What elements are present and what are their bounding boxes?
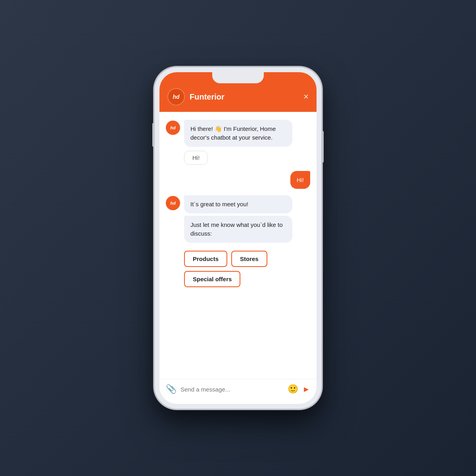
chat-title: Funterior	[190, 92, 299, 102]
message-row-bot-2: hd It`s great to meet you! Just let me k…	[166, 195, 310, 242]
bot-avatar-1: hd	[166, 121, 180, 135]
bot-bubble-2a: It`s great to meet you!	[184, 195, 292, 213]
message-input[interactable]	[180, 386, 284, 393]
message-row-bot-1: hd Hi there! 👋 I'm Funterior, Home decor…	[166, 120, 310, 165]
attach-icon[interactable]: 📎	[166, 384, 177, 394]
quick-replies-container: Products Stores Special offers	[166, 251, 310, 287]
message-content-1: Hi there! 👋 I'm Funterior, Home decor's …	[184, 120, 292, 165]
message-row-user-1: Hi!	[166, 171, 310, 189]
quick-reply-stores[interactable]: Stores	[231, 251, 267, 267]
header-avatar: hd	[167, 88, 185, 106]
close-button[interactable]: ×	[303, 92, 309, 101]
phone-screen: hd Funterior × hd Hi there! 👋 I'm Funter…	[159, 72, 317, 404]
bot-bubble-2b: Just let me know what you`d like to disc…	[184, 216, 292, 243]
chat-input-bar: 📎 🙂 ►	[159, 379, 317, 404]
notch	[212, 72, 264, 83]
send-icon[interactable]: ►	[302, 385, 310, 394]
message-content-2: It`s great to meet you! Just let me know…	[184, 195, 292, 242]
emoji-icon[interactable]: 🙂	[288, 384, 298, 394]
bot-avatar-2: hd	[166, 196, 180, 210]
bot-bubble-1: Hi there! 👋 I'm Funterior, Home decor's …	[184, 120, 292, 147]
suggestion-bubble[interactable]: Hi!	[184, 151, 208, 165]
quick-reply-special-offers[interactable]: Special offers	[184, 271, 240, 287]
message-content-user-1: Hi!	[290, 171, 310, 189]
phone-wrapper: hd Funterior × hd Hi there! 👋 I'm Funter…	[155, 67, 321, 409]
chat-body: hd Hi there! 👋 I'm Funterior, Home decor…	[159, 112, 317, 379]
quick-reply-products[interactable]: Products	[184, 251, 227, 267]
phone-shell: hd Funterior × hd Hi there! 👋 I'm Funter…	[155, 67, 321, 409]
user-bubble-1: Hi!	[290, 171, 310, 189]
